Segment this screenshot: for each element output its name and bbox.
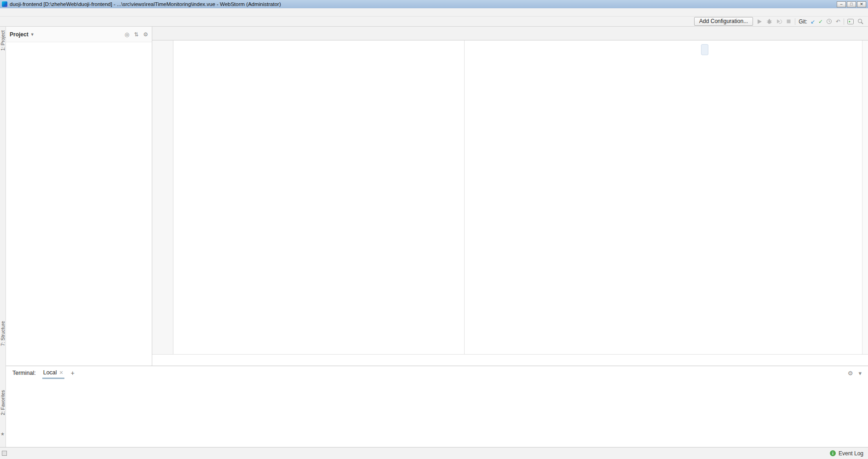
gear-icon[interactable]: ⚙: [143, 31, 148, 38]
run-with-coverage-icon[interactable]: [776, 18, 782, 25]
project-panel: Project ▼ ◎ ⇅ ⚙: [6, 27, 152, 366]
hide-panel-icon[interactable]: ▾: [858, 370, 862, 377]
chevron-down-icon: ▼: [30, 32, 34, 37]
locate-file-icon[interactable]: ◎: [125, 31, 129, 38]
collapse-all-icon[interactable]: ⇅: [134, 31, 138, 38]
terminal-panel: Terminal: Local ✕ + ⚙ ▾: [6, 366, 868, 447]
history-clock-icon[interactable]: [826, 18, 833, 25]
terminal-header: Terminal: Local ✕ + ⚙ ▾: [6, 366, 868, 380]
right-margin-guide: [464, 40, 465, 354]
search-everywhere-icon[interactable]: [857, 18, 863, 25]
toolbar-separator: [844, 18, 844, 25]
terminal-tab-local[interactable]: Local ✕: [42, 367, 64, 379]
close-button[interactable]: ✕: [857, 1, 866, 7]
webstorm-logo-icon: [2, 1, 7, 7]
event-log-label[interactable]: Event Log: [839, 450, 863, 457]
tool-window-project-tab[interactable]: 1: Project: [0, 30, 6, 51]
maximize-button[interactable]: □: [847, 1, 856, 7]
project-tree: [6, 42, 152, 366]
terminal-settings-gear-icon[interactable]: ⚙: [848, 370, 853, 377]
editor-tab-bar: [152, 27, 868, 40]
toolbar-right: Add Configuration... Git: ↙ ✓ ↶: [694, 17, 863, 26]
event-log-icon: i: [830, 450, 836, 456]
menu-bar: [0, 8, 868, 17]
debug-icon[interactable]: [766, 18, 772, 25]
stop-icon[interactable]: [785, 18, 792, 25]
git-commit-icon[interactable]: ✓: [818, 18, 823, 25]
close-icon[interactable]: ✕: [59, 370, 63, 376]
project-panel-title: Project: [10, 31, 29, 38]
editor-gutter: [152, 40, 173, 354]
editor-breadcrumb: [152, 354, 868, 366]
tool-window-structure-tab[interactable]: 7: Structure: [0, 321, 6, 346]
title-bar: duoji-frontend [D:\zheheWeb\duoji-fronte…: [0, 0, 868, 8]
rollback-icon[interactable]: ↶: [836, 18, 840, 25]
git-update-icon[interactable]: ↙: [811, 18, 815, 25]
project-panel-header[interactable]: Project ▼ ◎ ⇅ ⚙: [6, 27, 152, 42]
navigation-bar: Add Configuration... Git: ↙ ✓ ↶: [0, 17, 868, 27]
toolbar-separator: [795, 18, 795, 25]
tool-window-strip-left: 1: Project 7: Structure 2: Favorites ★: [0, 27, 6, 447]
error-stripe-scrollbar[interactable]: [862, 40, 868, 354]
tool-window-switcher-icon[interactable]: [2, 451, 7, 456]
status-bar: i Event Log: [0, 447, 868, 459]
window-title: duoji-frontend [D:\zheheWeb\duoji-fronte…: [10, 1, 837, 7]
run-anything-icon[interactable]: [847, 18, 854, 25]
minimize-button[interactable]: –: [837, 1, 846, 7]
terminal-output[interactable]: [6, 380, 868, 447]
browser-icons-bar: [701, 44, 708, 55]
code-editor[interactable]: [173, 40, 868, 354]
add-configuration-button[interactable]: Add Configuration...: [694, 17, 753, 26]
git-label: Git:: [799, 18, 807, 25]
tool-window-favorites-tab[interactable]: 2: Favorites: [0, 390, 6, 415]
new-terminal-session-button[interactable]: +: [71, 369, 75, 377]
editor-area: [152, 27, 868, 366]
terminal-title: Terminal:: [12, 370, 36, 376]
favorites-star-icon: ★: [0, 431, 5, 436]
run-icon[interactable]: [756, 18, 763, 25]
